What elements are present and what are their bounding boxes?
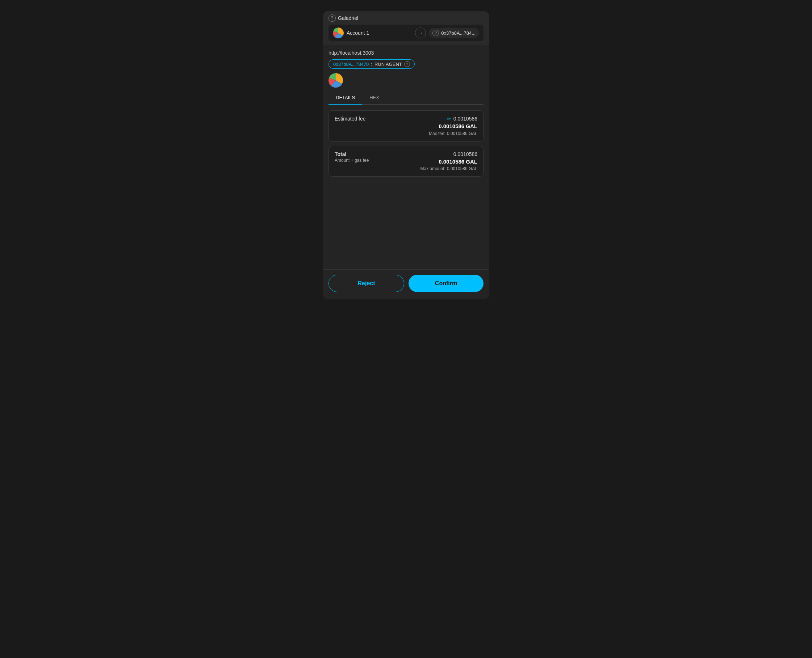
galadriel-row: ? Galadriel <box>328 14 484 22</box>
agent-separator: : <box>371 61 372 67</box>
pencil-icon[interactable]: ✏ <box>447 116 451 122</box>
estimated-fee-label: Estimated fee <box>335 116 366 122</box>
account-name: Account 1 <box>347 30 412 36</box>
total-value-gal: 0.0010586 GAL <box>438 158 477 164</box>
account-row: Account 1 → ? 0x37b8A...784... <box>328 25 484 41</box>
account-arrow-button[interactable]: → <box>415 28 426 38</box>
galadriel-label: Galadriel <box>338 15 358 21</box>
wallet-popup: ? Galadriel Account 1 → <box>323 11 489 299</box>
agent-info-icon: ℹ <box>404 61 410 67</box>
address-text: 0x37b8A...784... <box>441 30 476 36</box>
empty-space <box>328 182 484 269</box>
estimated-fee-gal: 0.0010586 GAL <box>438 123 477 129</box>
localhost-url: http://localhost:3003 <box>328 50 484 56</box>
tab-hex[interactable]: HEX <box>362 91 386 105</box>
confirm-button[interactable]: Confirm <box>408 275 484 292</box>
content-section: http://localhost:3003 0x37b8A...78470 : … <box>323 45 489 269</box>
footer-section: Reject Confirm <box>323 269 489 299</box>
address-badge[interactable]: ? 0x37b8A...784... <box>429 28 479 38</box>
total-label: Total <box>335 151 369 157</box>
total-card: Total Amount + gas fee 0.0010586 0.00105… <box>328 146 484 177</box>
reject-button[interactable]: Reject <box>328 275 404 292</box>
agent-address: 0x37b8A...78470 <box>333 61 369 67</box>
header-section: ? Galadriel Account 1 → <box>323 11 489 45</box>
tab-details[interactable]: DETAILS <box>328 91 362 105</box>
estimated-fee-value: 0.0010586 <box>454 116 477 122</box>
estimated-fee-card: Estimated fee ✏ 0.0010586 0.0010586 GAL … <box>328 110 484 141</box>
tabs-row: DETAILS HEX <box>328 91 484 105</box>
max-fee-value: 0.0010586 GAL <box>447 131 477 136</box>
total-sublabel: Amount + gas fee <box>335 158 369 163</box>
agent-run-label: RUN AGENT <box>374 61 402 67</box>
address-help-icon: ? <box>432 30 439 36</box>
avatar <box>333 28 344 38</box>
large-avatar <box>328 73 343 88</box>
cards-area: Estimated fee ✏ 0.0010586 0.0010586 GAL … <box>328 105 484 182</box>
max-amount-label: Max amount: <box>421 166 446 171</box>
galadriel-help-icon: ? <box>328 14 336 22</box>
agent-badge[interactable]: 0x37b8A...78470 : RUN AGENT ℹ <box>328 60 415 69</box>
total-value: 0.0010586 <box>454 151 477 157</box>
max-fee-label: Max fee: <box>429 131 446 136</box>
max-amount-value: 0.0010586 GAL <box>447 166 477 171</box>
